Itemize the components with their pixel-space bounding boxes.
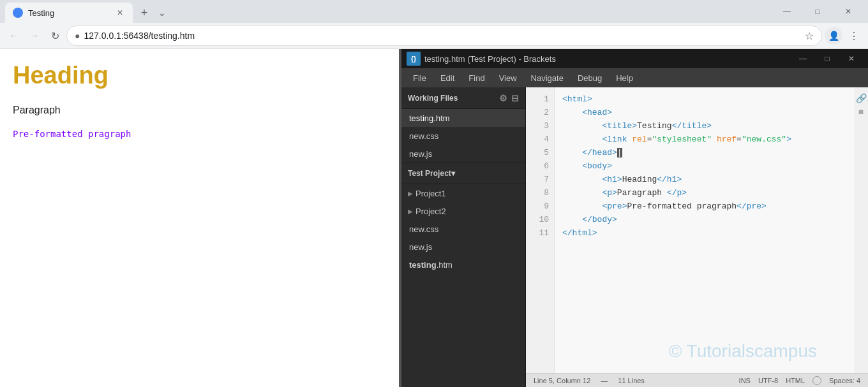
browser-window-controls: — □ ✕	[772, 4, 868, 19]
address-bar[interactable]: ● 127.0.0.1:56438/testing.htm ☆	[66, 26, 822, 46]
close-button[interactable]: ✕	[834, 4, 863, 19]
editor-minimize-button[interactable]: —	[791, 51, 814, 66]
project-label: Test Project	[408, 169, 451, 178]
menu-file[interactable]: File	[407, 71, 433, 85]
status-circle-icon	[812, 376, 821, 385]
page-paragraph: Paragraph	[13, 105, 386, 116]
browser-menu-button[interactable]: ⋮	[845, 27, 863, 45]
minimize-button[interactable]: —	[772, 4, 802, 19]
maximize-button[interactable]: □	[803, 4, 832, 19]
code-line-10: </body>	[562, 213, 846, 226]
line-num-5: 5	[544, 146, 549, 159]
menu-help[interactable]: Help	[610, 71, 640, 85]
code-content: 1 2 3 4 5 6 7 8 9 10 11 <html>	[526, 87, 868, 373]
new-tab-button[interactable]: +	[135, 4, 153, 22]
editor-window-title: testing.htm (Test Project) - Brackets	[424, 54, 556, 64]
editor-sidebar: Working Files ⚙ ⊟ testing.htm new.css ne…	[401, 87, 526, 387]
menu-find[interactable]: Find	[462, 71, 491, 85]
line-num-9: 9	[544, 200, 549, 213]
sidebar-project-file-new-js[interactable]: new.js	[401, 238, 525, 256]
line-num-7: 7	[544, 173, 549, 186]
code-editor[interactable]: 1 2 3 4 5 6 7 8 9 10 11 <html>	[526, 87, 868, 387]
tab-more-button[interactable]: ⌄	[153, 4, 171, 22]
editor-maximize-button[interactable]: □	[816, 51, 839, 66]
cursor-position: Line 5, Column 12	[534, 377, 590, 384]
lock-icon: ●	[75, 31, 80, 41]
project-arrow-icon: ▾	[451, 169, 455, 178]
line-num-10: 10	[539, 213, 549, 226]
menu-view[interactable]: View	[493, 71, 523, 85]
working-files-header: Working Files ⚙ ⊟	[401, 87, 525, 109]
svg-point-0	[14, 9, 22, 17]
reload-button[interactable]: ↻	[46, 27, 64, 45]
menu-debug[interactable]: Debug	[571, 71, 608, 85]
spaces-setting[interactable]: Spaces: 4	[829, 377, 860, 384]
editor-title-bar: {} testing.htm (Test Project) - Brackets…	[401, 49, 868, 68]
editor-container: {} testing.htm (Test Project) - Brackets…	[401, 49, 868, 387]
folder-arrow-icon: ▶	[408, 208, 413, 215]
editor-gutter-right: 🔗 ■	[854, 87, 868, 373]
editor-close-button[interactable]: ✕	[840, 51, 863, 66]
active-tab[interactable]: Testing ✕	[5, 3, 133, 23]
code-line-7: <h1>Heading</h1>	[562, 173, 846, 186]
editor-body: Working Files ⚙ ⊟ testing.htm new.css ne…	[401, 87, 868, 387]
editor-window-controls: — □ ✕	[791, 51, 863, 66]
line-num-6: 6	[544, 159, 549, 173]
language[interactable]: HTML	[786, 377, 805, 384]
line-num-4: 4	[544, 133, 549, 146]
settings-icon[interactable]: ⚙	[499, 93, 507, 103]
sidebar-project-file-testing-htm[interactable]: testing.htm	[401, 256, 525, 274]
editor-title-left: {} testing.htm (Test Project) - Brackets	[407, 52, 556, 66]
sidebar-file-new-css[interactable]: new.css	[401, 127, 525, 145]
tab-favicon	[13, 8, 23, 18]
line-num-8: 8	[544, 186, 549, 200]
sidebar-project-file-new-css[interactable]: new.css	[401, 220, 525, 238]
profile-button[interactable]: 👤	[825, 27, 842, 45]
editor-menu-bar: File Edit Find View Navigate Debug Help	[401, 68, 868, 87]
forward-button[interactable]: →	[26, 27, 43, 45]
code-line-9: <pre>Pre-formatted pragraph</pre>	[562, 200, 846, 213]
brackets-app-icon: {}	[407, 52, 421, 66]
code-line-11: </html>	[562, 226, 846, 240]
code-line-6: <body>	[562, 159, 846, 173]
line-numbers: 1 2 3 4 5 6 7 8 9 10 11	[526, 87, 555, 373]
linting-icon[interactable]: ■	[855, 106, 867, 118]
status-right: INS UTF-8 HTML Spaces: 4	[739, 376, 860, 385]
browser-page: Heading Paragraph Pre-formatted pragraph	[0, 49, 399, 387]
folder-project2-label: Project2	[415, 207, 446, 216]
working-files-label: Working Files	[408, 94, 458, 103]
split-icon[interactable]: ⊟	[511, 93, 519, 103]
back-button[interactable]: ←	[5, 27, 23, 45]
live-preview-icon[interactable]: 🔗	[855, 92, 867, 104]
line-num-2: 2	[544, 106, 549, 119]
code-line-3: <title>Testing</title>	[562, 119, 846, 133]
code-line-2: <head>	[562, 106, 846, 119]
code-line-5: </head>|	[562, 146, 846, 159]
tab-bar: Testing ✕ + ⌄ — □ ✕	[0, 0, 868, 23]
encoding[interactable]: UTF-8	[758, 377, 778, 384]
address-text: 127.0.0.1:56438/testing.htm	[84, 31, 801, 41]
folder-arrow-icon: ▶	[408, 190, 413, 197]
sidebar-folder-project2[interactable]: ▶ Project2	[401, 202, 525, 220]
page-heading: Heading	[13, 62, 386, 89]
menu-edit[interactable]: Edit	[434, 71, 461, 85]
bookmark-star-icon[interactable]: ☆	[805, 30, 814, 42]
address-bar-row: ← → ↻ ● 127.0.0.1:56438/testing.htm ☆ 👤 …	[0, 23, 868, 48]
code-lines: <html> <head> <title>Testing</title> <li…	[555, 87, 854, 373]
insert-mode[interactable]: INS	[739, 377, 751, 384]
line-num-1: 1	[544, 92, 549, 106]
code-line-4: <link rel="stylesheet" href="new.css">	[562, 133, 846, 146]
sidebar-file-testing-htm[interactable]: testing.htm	[401, 109, 525, 127]
status-bar: Line 5, Column 12 — 11 Lines INS UTF-8 H…	[526, 373, 868, 387]
line-num-11: 11	[539, 226, 549, 240]
sidebar-file-new-js[interactable]: new.js	[401, 145, 525, 163]
line-num-3: 3	[544, 119, 549, 133]
line-count: 11 Lines	[618, 377, 645, 384]
project-header[interactable]: Test Project ▾	[401, 163, 525, 184]
working-files-icons: ⚙ ⊟	[499, 93, 519, 103]
tab-close-button[interactable]: ✕	[115, 8, 125, 18]
code-line-8: <p>Paragraph </p>	[562, 186, 846, 200]
sidebar-folder-project1[interactable]: ▶ Project1	[401, 184, 525, 202]
menu-navigate[interactable]: Navigate	[525, 71, 570, 85]
tab-title: Testing	[28, 8, 54, 18]
